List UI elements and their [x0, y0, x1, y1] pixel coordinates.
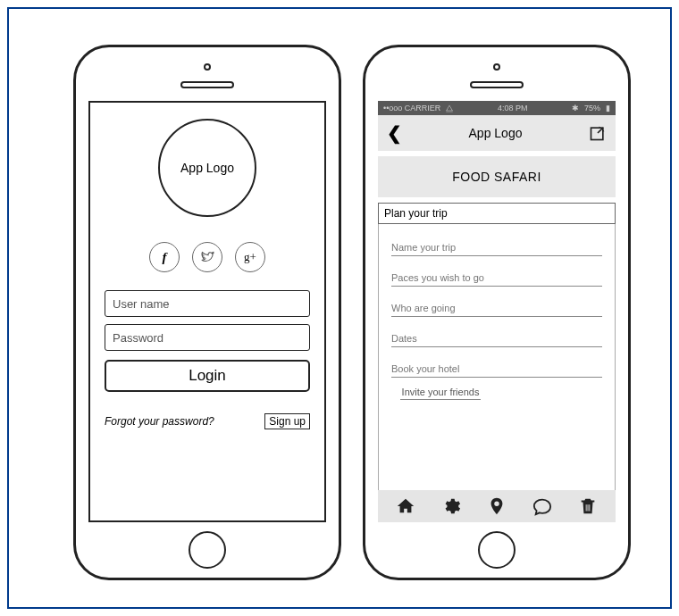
- tab-bar: [378, 490, 616, 522]
- forgot-password-link[interactable]: Forgot your password?: [105, 415, 214, 428]
- twitter-icon[interactable]: [192, 242, 222, 272]
- location-pin-icon[interactable]: [487, 496, 507, 516]
- trip-name-input[interactable]: Name your trip: [391, 229, 602, 256]
- sign-up-button[interactable]: Sign up: [264, 413, 310, 429]
- hotel-input[interactable]: Book your hotel: [391, 351, 602, 378]
- battery-icon: ▮: [606, 104, 610, 112]
- chat-icon[interactable]: [532, 496, 552, 516]
- password-input[interactable]: Password: [105, 324, 310, 351]
- nav-bar: ❮ App Logo: [378, 115, 616, 151]
- status-battery: 75%: [584, 104, 600, 112]
- dates-input[interactable]: Dates: [391, 320, 602, 347]
- phone-camera: [493, 63, 500, 71]
- nav-title: App Logo: [469, 126, 523, 140]
- home-icon[interactable]: [396, 496, 415, 516]
- phone-speaker: [180, 81, 234, 88]
- social-login-row: f g+: [149, 242, 265, 272]
- bluetooth-icon: ✱: [572, 104, 579, 112]
- home-button[interactable]: [478, 531, 516, 569]
- phone-camera: [204, 63, 211, 71]
- wireframe-frame: App Logo f g+ User name: [7, 7, 672, 609]
- login-screen: App Logo f g+ User name: [88, 101, 326, 522]
- page-banner: FOOD SAFARI: [378, 156, 616, 197]
- app-logo-circle: App Logo: [158, 119, 256, 217]
- section-header: Plan your trip: [378, 203, 616, 224]
- app-logo-label: App Logo: [180, 161, 234, 175]
- plan-trip-screen: ••ooo CARRIER ⧋ 4:08 PM ✱ 75% ▮ ❮ App Lo…: [378, 101, 616, 522]
- back-button[interactable]: ❮: [387, 122, 402, 144]
- trash-icon[interactable]: [578, 496, 598, 516]
- status-bar: ••ooo CARRIER ⧋ 4:08 PM ✱ 75% ▮: [378, 101, 616, 115]
- status-carrier: ••ooo CARRIER: [383, 104, 440, 112]
- home-button[interactable]: [189, 531, 226, 569]
- phone-plan-trip: ••ooo CARRIER ⧋ 4:08 PM ✱ 75% ▮ ❮ App Lo…: [363, 45, 631, 580]
- invite-friends-button[interactable]: Invite your friends: [400, 387, 481, 400]
- gear-icon[interactable]: [441, 496, 461, 516]
- svg-line-1: [598, 128, 603, 133]
- wifi-icon: ⧋: [446, 104, 453, 113]
- status-time: 4:08 PM: [458, 104, 566, 112]
- google-plus-icon[interactable]: g+: [235, 242, 265, 272]
- facebook-icon[interactable]: f: [149, 242, 180, 272]
- trip-form: Name your trip Paces you wish to go Who …: [378, 224, 616, 490]
- who-input[interactable]: Who are going: [391, 290, 602, 317]
- compose-icon[interactable]: [589, 124, 607, 142]
- phone-speaker: [470, 81, 524, 88]
- places-input[interactable]: Paces you wish to go: [391, 260, 602, 287]
- username-input[interactable]: User name: [105, 290, 310, 317]
- login-button[interactable]: Login: [105, 360, 310, 392]
- phone-login: App Logo f g+ User name: [73, 45, 341, 580]
